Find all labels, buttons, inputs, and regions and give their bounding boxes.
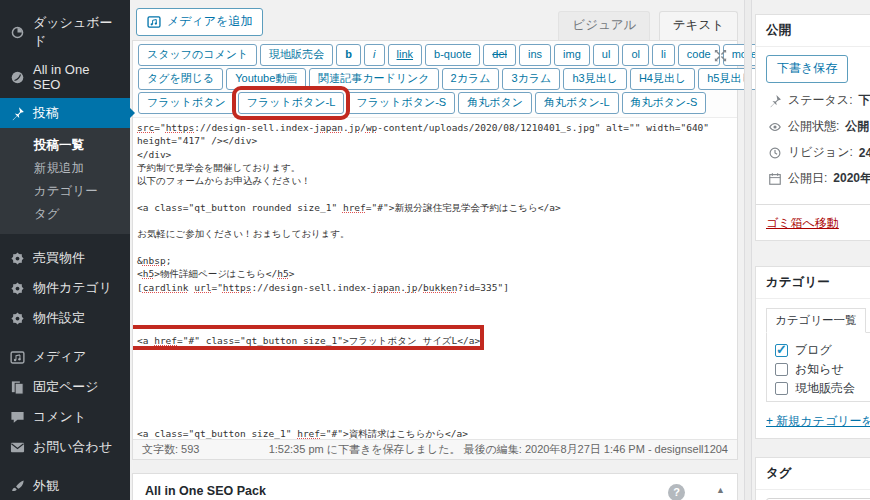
quicktag-button[interactable]: スタッフのコメント bbox=[138, 44, 257, 66]
add-new-category-link[interactable]: + 新規カテゴリーを追加 bbox=[766, 413, 870, 430]
quicktag-button[interactable]: 現地販売会 bbox=[260, 44, 333, 66]
submenu-item[interactable]: カテゴリー bbox=[0, 180, 130, 203]
add-media-button[interactable]: メディアを追加 bbox=[136, 8, 263, 36]
quicktag-button[interactable]: ul bbox=[593, 44, 620, 66]
submenu-item[interactable]: 投稿一覧 bbox=[0, 134, 130, 157]
sidebar-item[interactable]: 物件カテゴリ bbox=[0, 273, 130, 303]
row-value: 公開 bbox=[845, 118, 869, 135]
category-checkbox-item[interactable]: お知らせ bbox=[775, 360, 870, 379]
sidebar-item-label: All in One SEO bbox=[33, 62, 120, 92]
checkbox[interactable] bbox=[775, 363, 788, 376]
categories-panel: カテゴリー カテゴリー一覧 よく使うもの ブログ お知らせ bbox=[755, 266, 870, 439]
code-line: [cardlink url="https://design-sell.index… bbox=[137, 281, 733, 294]
checkbox[interactable] bbox=[775, 344, 788, 357]
media-icon bbox=[147, 15, 161, 29]
quicktag-button[interactable]: フラットボタン-L bbox=[238, 92, 345, 114]
quicktag-button[interactable]: 角丸ボタン-S bbox=[622, 92, 707, 114]
categories-panel-title[interactable]: カテゴリー bbox=[756, 267, 870, 299]
code-line: <a class="qt_button rounded size_1" href… bbox=[137, 201, 733, 214]
sidebar-item-label: 売買物件 bbox=[33, 249, 85, 267]
sidebar-item[interactable]: ダッシュボード bbox=[0, 8, 130, 56]
collapse-toggle-icon[interactable]: ▲ bbox=[716, 485, 725, 495]
category-checkbox-item[interactable]: 現地販売会 bbox=[775, 379, 870, 398]
sidebar-item-label: 物件カテゴリ bbox=[33, 279, 112, 297]
submenu-item[interactable]: 新規追加 bbox=[0, 157, 130, 180]
tab-all-categories[interactable]: カテゴリー一覧 bbox=[766, 308, 866, 333]
code-line: src="https://design-sell.index-japan.jp/… bbox=[137, 121, 733, 134]
quicktag-button[interactable]: link bbox=[388, 44, 423, 66]
category-checkbox-item[interactable]: ブログ bbox=[775, 341, 870, 360]
gear-icon bbox=[10, 311, 25, 326]
quicktag-button[interactable]: h5見出し bbox=[698, 68, 762, 90]
quicktag-button[interactable]: li bbox=[652, 44, 675, 66]
editor-statusbar: 文字数: 593 1:52:35 pm に下書きを保存しました。 最後の編集: … bbox=[133, 439, 737, 459]
mail-icon bbox=[10, 440, 25, 455]
code-line: <h5>物件詳細ページはこちら</h5> bbox=[137, 267, 733, 280]
code-line: &nbsp; bbox=[137, 254, 733, 267]
media-icon bbox=[10, 350, 25, 365]
quicktag-button[interactable]: 角丸ボタン bbox=[458, 92, 532, 114]
save-draft-button[interactable]: 下書き保存 bbox=[766, 55, 848, 83]
quicktag-button[interactable]: 角丸ボタン-L bbox=[535, 92, 619, 114]
code-line bbox=[137, 400, 733, 413]
quicktag-button[interactable]: h3見出し bbox=[563, 68, 627, 90]
quicktag-button[interactable]: b-quote bbox=[425, 44, 480, 66]
checkbox[interactable] bbox=[775, 382, 788, 395]
quicktag-button[interactable]: 3カラム bbox=[502, 68, 560, 90]
calendar-icon bbox=[768, 172, 782, 186]
eye-icon bbox=[768, 120, 782, 134]
post-content-textarea[interactable]: src="https://design-sell.index-japan.jp/… bbox=[133, 118, 737, 439]
sidebar-item[interactable]: コメント bbox=[0, 402, 130, 432]
clock-icon bbox=[768, 146, 782, 160]
code-line: 予約制で見学会を開催しております。 bbox=[137, 161, 733, 174]
help-icon[interactable]: ? bbox=[668, 484, 685, 500]
sidebar-item[interactable]: お問い合わせ bbox=[0, 432, 130, 462]
sidebar-item-label: ダッシュボード bbox=[33, 14, 120, 50]
code-line bbox=[137, 294, 733, 307]
quicktag-button[interactable]: H4見出し bbox=[630, 68, 695, 90]
sidebar-item-label: メディア bbox=[33, 348, 86, 366]
comment-icon bbox=[10, 410, 25, 425]
quicktag-button[interactable]: i bbox=[364, 44, 384, 66]
code-line: 以下のフォームからお申込みください！ bbox=[137, 174, 733, 187]
editor-header: メディアを追加 ビジュアル テキスト bbox=[132, 8, 738, 40]
quicktag-button[interactable]: フラットボタン-S bbox=[347, 92, 455, 114]
quicktag-button[interactable]: img bbox=[554, 44, 590, 66]
text-editor: スタッフのコメント現地販売会bilinkb-quotedelinsimgulol… bbox=[132, 40, 738, 460]
sidebar-item[interactable]: 固定ページ bbox=[0, 372, 130, 402]
pushpin-icon bbox=[768, 94, 782, 108]
quicktag-button[interactable]: del bbox=[483, 44, 516, 66]
code-line bbox=[137, 414, 733, 427]
quicktag-button[interactable]: フラットボタン bbox=[138, 92, 235, 114]
publish-panel-title[interactable]: 公開 bbox=[756, 15, 870, 47]
quicktag-button[interactable]: 2カラム bbox=[442, 68, 500, 90]
fullscreen-icon[interactable] bbox=[713, 48, 728, 63]
editor-mode-tab[interactable]: ビジュアル bbox=[558, 11, 650, 40]
sidebar-item[interactable]: All in One SEO bbox=[0, 56, 130, 98]
quicktag-button[interactable]: 関連記事カードリンク bbox=[309, 68, 438, 90]
publish-status-row: 公開日: 2020年8月18日 bbox=[768, 170, 870, 187]
move-to-trash-link[interactable]: ゴミ箱へ移動 bbox=[766, 216, 839, 230]
code-line bbox=[137, 187, 733, 200]
code-line bbox=[137, 307, 733, 320]
editor-mode-tab[interactable]: テキスト bbox=[659, 11, 738, 40]
quicktag-button[interactable]: Youtube動画 bbox=[226, 68, 306, 90]
metabox-header[interactable]: All in One SEO Pack bbox=[133, 474, 737, 500]
word-count: 文字数: 593 bbox=[142, 442, 199, 457]
sidebar-item-posts[interactable]: 投稿 bbox=[0, 98, 130, 128]
submenu-item[interactable]: タグ bbox=[0, 203, 130, 226]
tags-panel-title[interactable]: タグ bbox=[756, 458, 870, 490]
brush-icon bbox=[10, 479, 25, 494]
sidebar-item[interactable]: メディア bbox=[0, 342, 130, 372]
scrollbar-track[interactable] bbox=[744, 0, 752, 500]
quicktag-button[interactable]: ins bbox=[519, 44, 551, 66]
quicktag-button[interactable]: ol bbox=[622, 44, 649, 66]
quicktag-button[interactable]: タグを閉じる bbox=[138, 68, 223, 90]
quicktag-button[interactable]: b bbox=[336, 44, 361, 66]
publish-status-row: リビジョン: 24 表示 bbox=[768, 144, 870, 161]
sidebar-item[interactable]: 売買物件 bbox=[0, 243, 130, 273]
row-value: 下書き bbox=[858, 92, 870, 109]
sidebar-item[interactable]: 物件設定 bbox=[0, 303, 130, 333]
sidebar-item[interactable]: 外観 bbox=[0, 471, 130, 500]
pages-icon bbox=[10, 380, 25, 395]
